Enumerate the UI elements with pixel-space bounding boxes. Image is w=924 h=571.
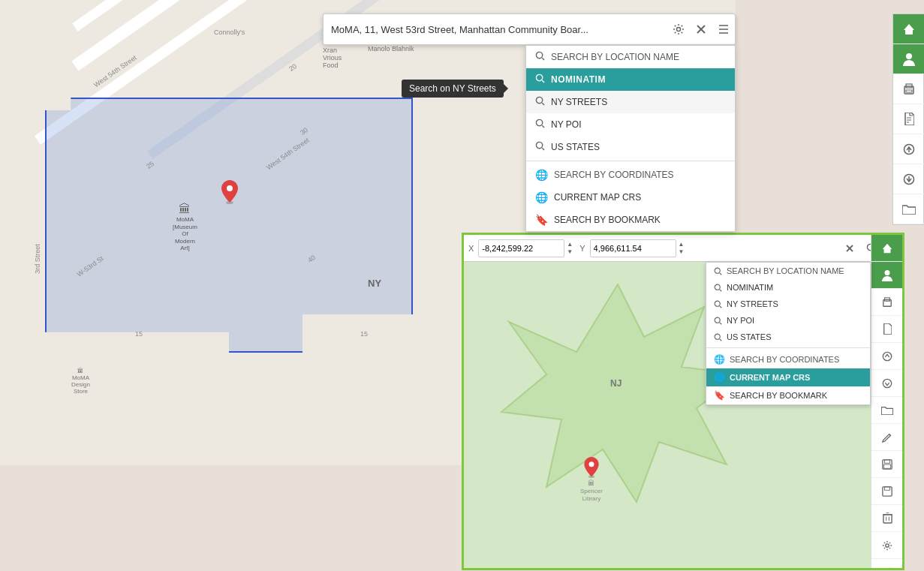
svg-line-17 <box>542 148 544 150</box>
nominatim-label: NOMINATIM <box>551 74 606 85</box>
dropdown2-bookmark-label: SEARCH BY BOOKMARK <box>730 391 827 400</box>
coord-x-down[interactable]: ▼ <box>566 248 573 256</box>
dropdown2-current-crs[interactable]: 🌐 CURRENT MAP CRS <box>706 368 870 386</box>
dropdown-nominatim[interactable]: NOMINATIM <box>526 68 735 91</box>
toolbar-home-btn[interactable] <box>893 14 924 44</box>
main-search-input[interactable] <box>324 18 667 41</box>
tooltip-search-ny-streets: Search on NY Streets <box>402 80 504 98</box>
dropdown-ny-poi[interactable]: NY POI <box>526 113 735 136</box>
header-coords-label: SEARCH BY COORDINATES <box>554 170 674 180</box>
menu-icon[interactable] <box>712 18 735 41</box>
search-icon-header <box>535 51 545 63</box>
coord-x-arrows[interactable]: ▲ ▼ <box>566 241 573 256</box>
tb2-download-btn[interactable] <box>871 370 902 397</box>
dropdown2-ny-poi-label: NY POI <box>727 316 754 325</box>
coord-y-input[interactable] <box>590 239 676 257</box>
dropdown2-bookmark[interactable]: 🔖 SEARCH BY BOOKMARK <box>706 386 870 404</box>
second-map-container: X ▲ ▼ Y ▲ ▼ <box>462 233 904 570</box>
dropdown2-nominatim[interactable]: NOMINATIM <box>706 279 870 296</box>
tb2-trash-btn[interactable] <box>871 505 902 532</box>
label-3rd-st: 3rd Street <box>34 244 41 274</box>
tb2-share-btn[interactable] <box>871 559 902 568</box>
settings-icon[interactable] <box>667 18 690 41</box>
dropdown-ny-streets[interactable]: NY STREETS <box>526 91 735 113</box>
moma-text: MoMA[MuseumOfModernArt] <box>173 216 197 252</box>
toolbar-folder-btn[interactable] <box>893 194 924 224</box>
tb2-user-btn[interactable] <box>871 262 902 289</box>
dropdown2-ny-poi[interactable]: NY POI <box>706 312 870 329</box>
svg-point-39 <box>715 268 720 273</box>
svg-point-8 <box>536 52 542 58</box>
dropdown-header-coords: 🌐 SEARCH BY COORDINATES <box>526 164 735 186</box>
label-food: Food <box>323 62 339 69</box>
svg-point-12 <box>536 97 542 103</box>
second-close-icon[interactable] <box>839 238 860 259</box>
close-icon[interactable] <box>690 18 712 41</box>
dropdown2-crs-label: CURRENT MAP CRS <box>730 373 810 382</box>
svg-point-49 <box>885 270 890 275</box>
ny-streets-label: NY STREETS <box>551 97 607 107</box>
header2-coords-label: SEARCH BY COORDINATES <box>730 355 839 364</box>
tb2-print-btn[interactable] <box>871 289 902 316</box>
second-map-pin <box>584 457 599 481</box>
svg-point-52 <box>883 352 891 360</box>
coord-y-down[interactable]: ▼ <box>678 248 685 256</box>
main-map-pin <box>221 180 238 207</box>
label-vrious: Vrious <box>323 54 342 62</box>
svg-point-16 <box>536 142 542 148</box>
tb2-folder-btn[interactable] <box>871 397 902 424</box>
svg-point-65 <box>886 543 889 546</box>
toolbar-upload-btn[interactable] <box>893 134 924 164</box>
dropdown-us-states[interactable]: US STATES <box>526 136 735 158</box>
dropdown2-us-states[interactable]: US STATES <box>706 329 870 345</box>
tb2-upload-btn[interactable] <box>871 343 902 370</box>
svg-point-14 <box>536 119 542 125</box>
coord-y-up[interactable]: ▲ <box>678 241 685 248</box>
tb2-save2-btn[interactable] <box>871 478 902 505</box>
svg-point-18 <box>906 53 912 59</box>
svg-line-44 <box>720 305 721 307</box>
svg-point-41 <box>715 284 720 290</box>
svg-rect-21 <box>906 90 912 92</box>
globe2-icon: 🌐 <box>714 354 725 365</box>
moma-block <box>45 98 413 353</box>
toolbar-doc-btn[interactable] <box>893 104 924 134</box>
coord-y-arrows[interactable]: ▲ ▼ <box>678 241 685 256</box>
tb2-doc-btn[interactable] <box>871 316 902 343</box>
svg-rect-57 <box>884 464 891 468</box>
street-num-15b: 15 <box>360 330 368 338</box>
header-location-label: SEARCH BY LOCATION NAME <box>551 52 679 62</box>
dropdown-divider-1 <box>526 161 735 161</box>
dropdown-bookmark[interactable]: 🔖 SEARCH BY BOOKMARK <box>526 209 735 231</box>
tb2-gear-btn[interactable] <box>871 532 902 559</box>
tooltip-text: Search on NY Streets <box>409 83 496 94</box>
label-connollys: Connolly's <box>214 29 245 36</box>
svg-line-42 <box>720 289 721 290</box>
toolbar-user-btn[interactable] <box>893 44 924 74</box>
dropdown2-nominatim-label: NOMINATIM <box>727 283 773 292</box>
main-search-bar[interactable] <box>323 14 736 45</box>
dropdown2-header-location: SEARCH BY LOCATION NAME <box>706 263 870 279</box>
header2-location-label: SEARCH BY LOCATION NAME <box>727 266 844 275</box>
second-search-dropdown: SEARCH BY LOCATION NAME NOMINATIM NY STR… <box>706 262 871 405</box>
us-states-label: US STATES <box>551 142 600 152</box>
main-toolbar <box>892 14 924 225</box>
bookmark2-icon: 🔖 <box>714 390 725 401</box>
coord-x-input[interactable] <box>478 239 564 257</box>
coord-x-up[interactable]: ▲ <box>566 241 573 248</box>
svg-point-45 <box>715 317 720 323</box>
tb2-save-btn[interactable] <box>871 451 902 478</box>
svg-line-54 <box>889 434 891 435</box>
toolbar-download-btn[interactable] <box>893 164 924 194</box>
coord-y-label: Y <box>575 244 589 253</box>
search-icon-us-states <box>535 141 545 153</box>
toolbar-print-btn[interactable] <box>893 74 924 104</box>
search-icon-nominatim <box>535 74 545 86</box>
tb2-pencil-btn[interactable] <box>871 424 902 451</box>
globe-icon-crs: 🌐 <box>535 191 548 203</box>
svg-point-1 <box>227 185 233 191</box>
dropdown2-ny-streets[interactable]: NY STREETS <box>706 296 870 312</box>
nj-label: NJ <box>610 378 622 389</box>
dropdown-current-crs[interactable]: 🌐 CURRENT MAP CRS <box>526 186 735 209</box>
tb2-home-btn[interactable] <box>871 235 902 262</box>
